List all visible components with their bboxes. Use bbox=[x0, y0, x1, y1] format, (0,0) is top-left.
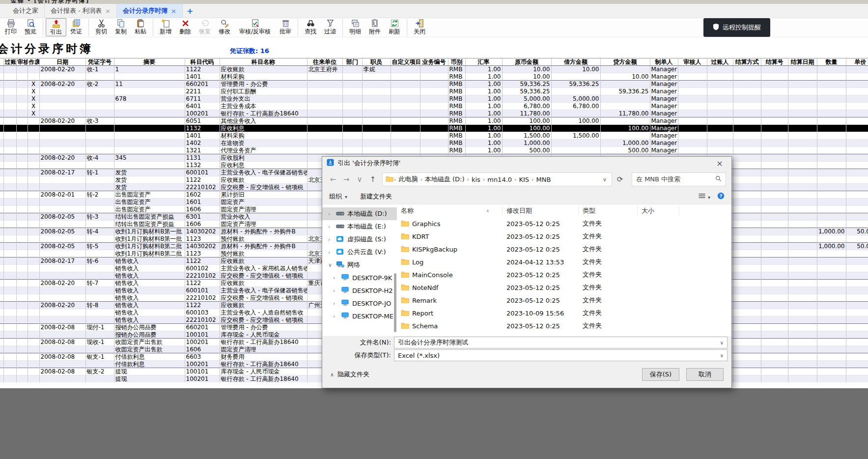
cell-dr[interactable]: 5,000.00 bbox=[551, 95, 600, 103]
cell-code[interactable]: 2211 bbox=[185, 88, 220, 95]
cell-stub[interactable] bbox=[0, 206, 3, 213]
export-button[interactable]: 引出 bbox=[46, 18, 66, 36]
cell-qty[interactable] bbox=[817, 375, 846, 383]
cell-stub[interactable] bbox=[0, 280, 3, 287]
cell-qty[interactable] bbox=[817, 199, 846, 206]
cell-stub[interactable] bbox=[0, 66, 3, 73]
cell-summary[interactable] bbox=[114, 88, 185, 95]
cell-price[interactable] bbox=[846, 73, 868, 81]
cell-settleno[interactable] bbox=[761, 309, 788, 316]
cell-settleno[interactable] bbox=[761, 339, 788, 346]
save-button[interactable]: 保存(S) bbox=[642, 368, 679, 381]
cell-poster[interactable] bbox=[707, 132, 733, 140]
cell-voided[interactable] bbox=[28, 287, 39, 294]
cell-custom[interactable] bbox=[391, 147, 420, 154]
cell-voided[interactable]: X bbox=[28, 110, 39, 117]
cell-rate[interactable]: 1.00 bbox=[465, 88, 502, 95]
breadcrumb-item[interactable]: MNB bbox=[534, 176, 553, 183]
cell-no[interactable]: 转-1 bbox=[85, 169, 114, 176]
cell-settledate[interactable] bbox=[788, 280, 817, 287]
cell-price[interactable] bbox=[846, 258, 868, 265]
cell-qty[interactable] bbox=[817, 95, 846, 103]
cell-audit[interactable] bbox=[16, 213, 28, 221]
cell-qty[interactable] bbox=[817, 154, 846, 162]
cell-settle[interactable] bbox=[733, 191, 761, 199]
cell-date[interactable] bbox=[39, 287, 85, 294]
cell-settleno[interactable] bbox=[761, 206, 788, 213]
cell-settle[interactable] bbox=[733, 235, 761, 243]
table-row[interactable]: 1402在途物资RMB1.001,000.001,000.00Manager bbox=[0, 140, 868, 147]
cell-stub[interactable] bbox=[0, 250, 3, 258]
cell-posted[interactable] bbox=[3, 287, 16, 294]
breadcrumb-item[interactable]: 本地磁盘 (D:) bbox=[423, 175, 467, 184]
cell-name[interactable]: 材料采购 bbox=[220, 132, 307, 140]
cell-maker[interactable]: Manager bbox=[650, 147, 678, 154]
cell-date[interactable] bbox=[39, 331, 85, 339]
cell-qty[interactable] bbox=[817, 361, 846, 368]
cell-auditor[interactable] bbox=[678, 132, 707, 140]
cell-amt[interactable]: 10.00 bbox=[502, 66, 551, 73]
cell-posted[interactable] bbox=[3, 368, 16, 375]
view-mode-button[interactable]: ▾ bbox=[698, 193, 710, 201]
cell-qty[interactable]: 1,000.00 bbox=[817, 228, 846, 235]
cell-name[interactable]: 应收利息 bbox=[220, 162, 307, 169]
cell-posted[interactable] bbox=[3, 110, 16, 117]
help-icon[interactable]: ? bbox=[717, 192, 725, 201]
cell-cur[interactable]: RMB bbox=[448, 103, 465, 110]
cell-code[interactable]: 1132 bbox=[185, 162, 220, 169]
cell-qty[interactable] bbox=[817, 339, 846, 346]
cell-settle[interactable] bbox=[733, 162, 761, 169]
back-icon[interactable]: ← bbox=[327, 175, 339, 184]
cell-dept[interactable] bbox=[342, 140, 362, 147]
cell-poster[interactable] bbox=[707, 140, 733, 147]
cell-stub[interactable] bbox=[0, 302, 3, 309]
file-list-row-KDRT[interactable]: KDRT2023-05-12 0:25文件夹 bbox=[397, 230, 731, 243]
column-header-poster[interactable]: 过账人 bbox=[707, 58, 733, 66]
cell-voided[interactable] bbox=[28, 258, 39, 265]
breadcrumb-item[interactable]: KIS bbox=[517, 176, 531, 183]
cell-settleno[interactable] bbox=[761, 375, 788, 383]
cell-staff[interactable] bbox=[362, 132, 391, 140]
cell-qty[interactable] bbox=[817, 81, 846, 88]
cell-audit[interactable] bbox=[16, 375, 28, 383]
cell-summary[interactable]: 出售固定资产 bbox=[114, 191, 185, 199]
tree-expander-icon[interactable]: › bbox=[328, 249, 333, 256]
cell-amt[interactable]: 1,500.00 bbox=[502, 132, 551, 140]
cell-settledate[interactable] bbox=[788, 368, 817, 375]
cell-price[interactable] bbox=[846, 147, 868, 154]
cell-settleno[interactable] bbox=[761, 154, 788, 162]
cell-rate[interactable]: 1.00 bbox=[465, 147, 502, 154]
cell-date[interactable]: 2008-02-01 bbox=[39, 191, 85, 199]
cell-voided[interactable]: X bbox=[28, 88, 39, 95]
cell-posted[interactable] bbox=[3, 272, 16, 280]
cell-settleno[interactable] bbox=[761, 88, 788, 95]
cell-name[interactable]: 应收账款 bbox=[220, 176, 307, 184]
cell-price[interactable] bbox=[846, 287, 868, 294]
cell-code[interactable]: 14030202 bbox=[185, 243, 220, 250]
tree-scrollbar[interactable] bbox=[394, 273, 396, 332]
cell-date[interactable] bbox=[39, 132, 85, 140]
cell-poster[interactable] bbox=[707, 73, 733, 81]
tree-item-公共云盘 (V:)[interactable]: ›公共云盘 (V:) bbox=[322, 246, 397, 258]
cell-qty[interactable] bbox=[817, 117, 846, 125]
cell-stub[interactable] bbox=[0, 228, 3, 235]
table-row[interactable]: 1321代理业务资产RMB1.00500.00500.00Manager bbox=[0, 147, 868, 154]
cell-price[interactable] bbox=[846, 132, 868, 140]
cell-settledate[interactable] bbox=[788, 154, 817, 162]
cell-voided[interactable] bbox=[28, 353, 39, 361]
column-header-settledate[interactable]: 结算日期 bbox=[788, 58, 817, 66]
cell-code[interactable]: 6301 bbox=[185, 213, 220, 221]
cell-code[interactable]: 1132 bbox=[185, 125, 220, 132]
cell-voided[interactable] bbox=[28, 375, 39, 383]
cell-cr[interactable]: 59,336.25 bbox=[600, 88, 650, 95]
cancel-button[interactable]: 取消 bbox=[686, 368, 724, 381]
cell-audit[interactable] bbox=[16, 169, 28, 176]
cell-name[interactable]: 应收账款 bbox=[220, 66, 307, 73]
cell-name[interactable]: 应交税费 - 应交增值税 - 销项税 bbox=[220, 184, 307, 191]
column-header-dept[interactable]: 部门 bbox=[342, 58, 362, 66]
cell-voided[interactable] bbox=[28, 140, 39, 147]
cell-settle[interactable] bbox=[733, 294, 761, 302]
cell-name[interactable]: 银行存款 - 工行高新办18640 bbox=[220, 339, 307, 346]
cell-date[interactable]: 2008-02-20 bbox=[39, 117, 85, 125]
cell-qty[interactable] bbox=[817, 324, 846, 331]
